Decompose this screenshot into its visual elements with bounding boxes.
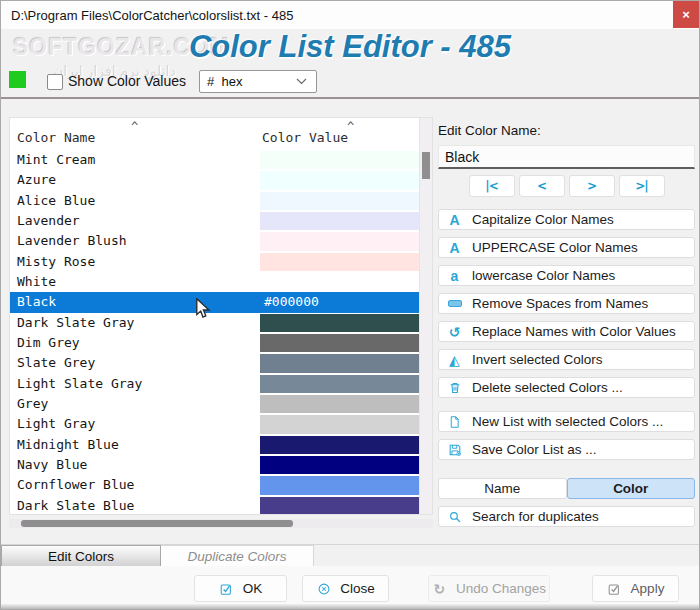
button-label: Save Color List as ...: [472, 442, 597, 457]
table-row-black[interactable]: Black#000000: [10, 292, 432, 312]
delete-selected-colors-button[interactable]: Delete selected Colors ...: [438, 377, 695, 398]
button-label: Invert selected Colors: [472, 352, 603, 367]
search-icon: [447, 509, 462, 524]
column-header-color-name[interactable]: Color Name: [17, 130, 95, 145]
color-name-cell: Navy Blue: [10, 455, 260, 475]
button-label: Close: [340, 581, 375, 596]
table-row-light-slate-gray[interactable]: Light Slate Gray: [10, 374, 432, 394]
uppercase-color-names-button[interactable]: AUPPERCASE Color Names: [438, 237, 695, 258]
color-format-value: # hex: [207, 74, 242, 89]
button-label: Remove Spaces from Names: [472, 296, 648, 311]
vertical-scrollbar-thumb[interactable]: [422, 152, 430, 179]
close-icon: ×: [682, 7, 690, 22]
table-row-navy-blue[interactable]: Navy Blue: [10, 455, 432, 475]
color-name-cell: Lavender: [10, 211, 260, 231]
button-label: Search for duplicates: [472, 509, 599, 524]
search-for-duplicates-button[interactable]: Search for duplicates: [438, 506, 695, 527]
first-record-button[interactable]: |<: [469, 175, 515, 197]
record-navigation: |<<>>|: [438, 175, 695, 197]
table-row-dark-slate-blue[interactable]: Dark Slate Blue: [10, 496, 432, 515]
button-label: Delete selected Colors ...: [472, 380, 623, 395]
current-color-swatch: [9, 71, 26, 88]
color-value-cell: [260, 272, 420, 292]
window-bottom-edge: [1, 604, 699, 609]
vertical-scrollbar[interactable]: [419, 118, 432, 514]
table-row-alice-blue[interactable]: Alice Blue: [10, 191, 432, 211]
table-row-lavender[interactable]: Lavender: [10, 211, 432, 231]
close-button[interactable]: ×: [673, 1, 699, 28]
sort-ascending-icon: ^: [347, 120, 354, 134]
new-list-with-selected-colors-button[interactable]: New List with selected Colors ...: [438, 411, 695, 432]
check-square-icon: [607, 581, 622, 596]
table-row-lavender-blush[interactable]: Lavender Blush: [10, 231, 432, 251]
color-value-cell: [260, 191, 420, 211]
color-value-cell: [260, 170, 420, 190]
apply-button[interactable]: Apply: [592, 575, 679, 602]
replace-names-with-color-values-button[interactable]: ↺Replace Names with Color Values: [438, 321, 695, 342]
close-button[interactable]: Close: [302, 575, 389, 602]
table-row-slate-grey[interactable]: Slate Grey: [10, 353, 432, 373]
search-mode-toggle: NameColor: [438, 478, 695, 499]
last-record-button[interactable]: >|: [619, 175, 665, 197]
invert-selected-colors-button[interactable]: ◭Invert selected Colors: [438, 349, 695, 370]
table-header: Color Name ^ Color Value ^: [10, 118, 432, 150]
color-name-cell: Alice Blue: [10, 191, 260, 211]
color-value-cell: [260, 455, 420, 475]
remove-spaces-from-names-button[interactable]: Remove Spaces from Names: [438, 293, 695, 314]
horizontal-scrollbar[interactable]: [9, 519, 433, 528]
color-value-cell: [260, 475, 420, 495]
chevron-down-icon: [294, 74, 309, 89]
button-label: Apply: [631, 581, 665, 596]
color-name-cell: Azure: [10, 170, 260, 190]
table-row-dark-slate-gray[interactable]: Dark Slate Gray: [10, 313, 432, 333]
toggle-name[interactable]: Name: [438, 478, 567, 499]
color-value-cell: #000000: [260, 292, 420, 312]
new-document-icon: [447, 414, 462, 429]
color-format-select[interactable]: # hex: [199, 70, 317, 93]
undo-arrow-icon: ↺: [447, 324, 462, 339]
table-row-azure[interactable]: Azure: [10, 170, 432, 190]
table-row-cornflower-blue[interactable]: Cornflower Blue: [10, 475, 432, 495]
toggle-color[interactable]: Color: [567, 478, 696, 499]
edit-color-name-label: Edit Color Name:: [438, 123, 695, 138]
page-title: Color List Editor - 485: [1, 29, 699, 65]
color-value-cell: [260, 252, 420, 272]
column-header-color-value[interactable]: Color Value: [262, 130, 348, 145]
footer-button-bar: OKClose↻Undo ChangesApply: [1, 566, 699, 605]
horizontal-scrollbar-thumb[interactable]: [21, 520, 293, 527]
color-name-cell: Dim Grey: [10, 333, 260, 353]
table-row-light-gray[interactable]: Light Gray: [10, 414, 432, 434]
invert-icon: ◭: [447, 352, 462, 367]
table-row-misty-rose[interactable]: Misty Rose: [10, 252, 432, 272]
save-color-list-as-button[interactable]: Save Color List as ...: [438, 439, 695, 460]
table-row-dim-grey[interactable]: Dim Grey: [10, 333, 432, 353]
check-square-icon: [219, 581, 234, 596]
table-row-grey[interactable]: Grey: [10, 394, 432, 414]
table-row-midnight-blue[interactable]: Midnight Blue: [10, 435, 432, 455]
button-label: UPPERCASE Color Names: [472, 240, 638, 255]
color-name-input[interactable]: [438, 145, 695, 169]
tab-edit-colors[interactable]: Edit Colors: [1, 545, 161, 567]
table-body: Mint CreamAzureAlice BlueLavenderLavende…: [10, 150, 432, 515]
button-label: lowercase Color Names: [472, 268, 615, 283]
button-label: Replace Names with Color Values: [472, 324, 676, 339]
color-value-cell: [260, 394, 420, 414]
previous-record-button[interactable]: <: [519, 175, 565, 197]
capitalize-color-names-button[interactable]: ACapitalize Color Names: [438, 209, 695, 230]
color-name-cell: White: [10, 272, 260, 292]
table-row-white[interactable]: White: [10, 272, 432, 292]
color-value-cell: [260, 414, 420, 434]
color-name-cell: Mint Cream: [10, 150, 260, 170]
toolbar-divider: [1, 97, 699, 99]
close-circle-icon: [316, 581, 331, 596]
show-color-values-checkbox[interactable]: [47, 74, 63, 90]
lowercase-color-names-button[interactable]: alowercase Color Names: [438, 265, 695, 286]
ok-button[interactable]: OK: [194, 575, 287, 602]
color-value-text: #000000: [264, 292, 319, 312]
tab-duplicate-colors[interactable]: Duplicate Colors: [161, 545, 314, 567]
table-row-mint-cream[interactable]: Mint Cream: [10, 150, 432, 170]
color-value-cell: [260, 496, 420, 515]
color-name-cell: Black: [10, 292, 260, 312]
color-value-cell: [260, 374, 420, 394]
next-record-button[interactable]: >: [569, 175, 615, 197]
